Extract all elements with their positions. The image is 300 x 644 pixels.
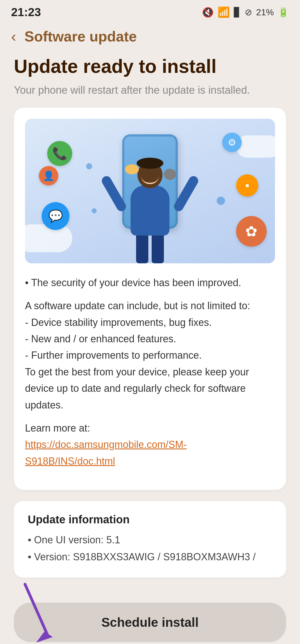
person-icon: 👤 <box>39 166 58 185</box>
note-security: • The security of your device has been i… <box>25 274 275 291</box>
cloud-right <box>236 135 275 158</box>
buttons-area: Schedule install Install now <box>0 603 300 644</box>
dot-1 <box>86 163 92 169</box>
page-title: Update ready to install <box>14 55 286 78</box>
svg-line-0 <box>25 584 47 634</box>
gallery-icon: ▪ <box>236 174 258 197</box>
update-info-title: Update information <box>28 513 272 526</box>
wifi-icon: 📶 <box>218 6 230 18</box>
signal-icon: ▊ <box>234 7 241 18</box>
call-icon: 📞 <box>47 141 72 166</box>
cloud-left <box>25 224 72 252</box>
back-button[interactable]: ‹ <box>8 28 19 45</box>
gear-icon: ⚙ <box>222 133 242 152</box>
dnd-icon: ⊘ <box>245 7 252 18</box>
status-time: 21:23 <box>11 6 41 19</box>
content-card: 📞 👤 💬 ⚙ ▪ ✿ <box>14 108 286 490</box>
arrow-svg <box>8 579 64 644</box>
learn-more-link[interactable]: https://doc.samsungmobile.com/SM-S918B/I… <box>25 439 187 467</box>
battery-percent: 21% <box>256 7 274 18</box>
toolbar: ‹ Software update <box>0 22 300 49</box>
note-learn-more: Learn more at: https://doc.samsungmobile… <box>25 420 275 469</box>
main-content: Update ready to install Your phone will … <box>0 49 300 603</box>
update-info-card: Update information • One UI version: 5.1… <box>14 501 286 578</box>
flower-icon: ✿ <box>236 216 267 247</box>
arrow-annotation <box>8 579 64 644</box>
info-line-1: • One UI version: 5.1 <box>28 531 272 548</box>
mute-icon: 🔇 <box>202 7 214 18</box>
person-illustration <box>117 141 183 263</box>
update-info-body: • One UI version: 5.1 • Version: S918BXX… <box>28 531 272 565</box>
dot-3 <box>217 197 225 205</box>
note-includes: A software update can include, but is no… <box>25 298 275 413</box>
status-icons: 🔇 📶 ▊ ⊘ 21% 🔋 <box>202 6 289 18</box>
illustration-area: 📞 👤 💬 ⚙ ▪ ✿ <box>25 119 275 263</box>
info-line-2: • Version: S918BXXS3AWIG / S918BOXM3AWH3… <box>28 548 272 565</box>
message-icon: 💬 <box>42 202 69 230</box>
toolbar-title: Software update <box>24 28 137 45</box>
dot-4 <box>92 208 97 213</box>
update-notes: • The security of your device has been i… <box>25 274 275 469</box>
battery-icon: 🔋 <box>278 7 289 18</box>
page-subtitle: Your phone will restart after the update… <box>14 83 286 98</box>
svg-marker-1 <box>36 631 53 643</box>
status-bar: 21:23 🔇 📶 ▊ ⊘ 21% 🔋 <box>0 0 300 22</box>
